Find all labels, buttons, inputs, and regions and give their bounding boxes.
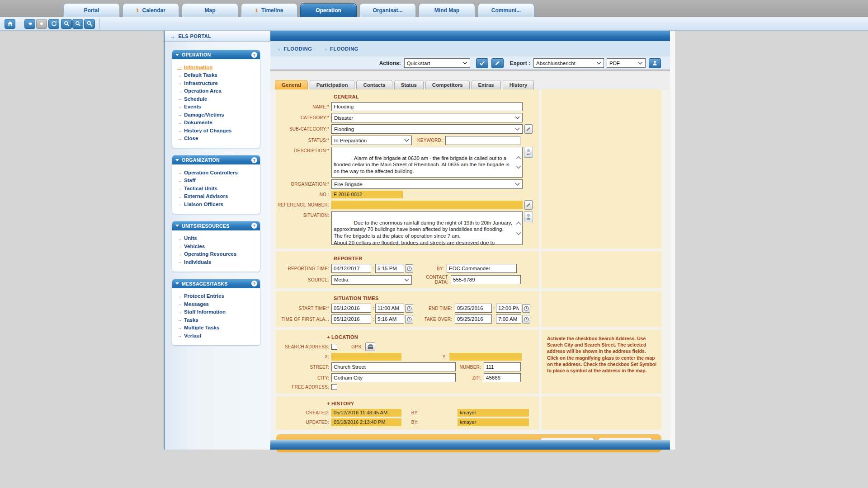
organization-select[interactable]: Fire Brigade <box>331 179 523 189</box>
scroll-down-icon[interactable] <box>516 164 521 169</box>
zip-input[interactable] <box>484 373 521 382</box>
take-over-date-input[interactable] <box>455 314 492 324</box>
sidebar-item-tasks[interactable]: →Tasks <box>177 316 260 324</box>
scroll-down-icon[interactable] <box>516 230 521 235</box>
sidebar-item-messages[interactable]: →Messages <box>177 300 260 308</box>
export-select[interactable]: Abschlussbericht <box>533 58 604 68</box>
breadcrumb-item-flooding[interactable]: →FLOODING <box>322 46 358 52</box>
time-picker-button[interactable] <box>522 304 530 313</box>
gps-button[interactable] <box>365 343 375 351</box>
form-tab-extras[interactable]: Extras <box>472 80 501 89</box>
reference-edit-button[interactable] <box>524 200 533 210</box>
tab-portal[interactable]: Portal <box>63 3 120 17</box>
sidebar-item-history-of-changes[interactable]: →History of Changes <box>177 127 260 135</box>
help-icon[interactable]: ? <box>251 52 257 58</box>
sidebar-item-verlauf[interactable]: →Verlauf <box>177 332 260 340</box>
help-icon[interactable]: ? <box>251 157 257 163</box>
free-address-checkbox[interactable] <box>331 384 337 390</box>
contact-data-input[interactable] <box>451 275 521 284</box>
sidebar-item-schedule[interactable]: →Schedule <box>177 95 260 103</box>
time-picker-button[interactable] <box>405 264 413 273</box>
take-over-time-input[interactable] <box>496 314 521 324</box>
form-tab-general[interactable]: General <box>275 80 308 89</box>
help-icon[interactable]: ? <box>251 223 257 229</box>
search-plus-button[interactable] <box>84 19 95 29</box>
search-alt-button[interactable] <box>72 19 83 29</box>
tab-timeline[interactable]: 1Timeline <box>241 3 297 17</box>
reference-number-field[interactable] <box>331 201 523 209</box>
start-time-input[interactable] <box>375 304 404 313</box>
search-button[interactable] <box>61 19 72 29</box>
export-format-select[interactable]: PDF <box>607 58 646 68</box>
sidebar-item-individuals[interactable]: →Individuals <box>177 258 260 266</box>
sidebar-item-operation-controllers[interactable]: →Operation Controllers <box>177 169 260 177</box>
breadcrumb-item-flooding[interactable]: →FLOODING <box>276 46 312 52</box>
sidebar-item-vehicles[interactable]: →Vehicles <box>177 242 260 250</box>
tab-map[interactable]: Map <box>182 3 238 17</box>
sidebar-item-liaison-officers[interactable]: →Liaison Officers <box>177 200 260 208</box>
tab-operation[interactable]: Operation <box>300 3 357 17</box>
tab-mind-map[interactable]: Mind Map <box>419 3 475 17</box>
section-header-units-resources[interactable]: UNITS/RESOURCES? <box>172 221 260 230</box>
sidebar-item-multiple-tasks[interactable]: →Multiple Tasks <box>177 324 260 332</box>
sidebar-item-infrastructure[interactable]: →Infrastructure <box>177 79 260 87</box>
back-button[interactable] <box>24 19 35 29</box>
els-portal-header[interactable]: → ELS PORTAL <box>165 31 270 42</box>
edit-action-button[interactable] <box>491 58 504 68</box>
spellcheck-button[interactable]: abc <box>524 211 533 222</box>
situation-textarea[interactable]: Due to the enormous rainfall during the … <box>331 211 523 245</box>
subcategory-edit-button[interactable] <box>524 124 533 134</box>
home-button[interactable] <box>5 19 15 29</box>
sidebar-item-tactical-units[interactable]: →Tactical Units <box>177 184 260 192</box>
reporting-date-input[interactable] <box>331 264 371 273</box>
x-coordinate-field[interactable] <box>331 353 401 361</box>
end-date-input[interactable] <box>455 304 492 313</box>
keyword-input[interactable] <box>445 136 520 145</box>
first-alarm-date-input[interactable] <box>331 314 371 324</box>
sidebar-item-protocol-entries[interactable]: →Protocol Entries <box>177 292 260 300</box>
form-tab-competitors[interactable]: Competitors <box>425 80 470 89</box>
sidebar-item-operation-area[interactable]: →Operation Area <box>177 87 260 95</box>
reporting-time-input[interactable] <box>375 264 404 273</box>
run-action-button[interactable] <box>476 58 488 68</box>
tab-organisat[interactable]: Organisat... <box>359 3 416 17</box>
scroll-up-icon[interactable] <box>516 156 521 161</box>
time-picker-button[interactable] <box>405 304 413 313</box>
description-textarea[interactable]: Alarm of fire brigade at 0630 am - the f… <box>331 147 523 178</box>
sidebar-item-operating-resources[interactable]: →Operating Resources <box>177 250 260 258</box>
scroll-up-icon[interactable] <box>516 221 521 226</box>
section-header-operation[interactable]: OPERATION? <box>172 50 260 59</box>
subcategory-select[interactable]: Flooding <box>331 124 523 134</box>
source-select[interactable]: Media <box>331 275 412 285</box>
sidebar-item-staff[interactable]: →Staff <box>177 177 260 185</box>
form-tab-history[interactable]: History <box>503 80 534 89</box>
sidebar-item-damage-victims[interactable]: →Damage/Victims <box>177 111 260 119</box>
street-input[interactable] <box>331 362 456 371</box>
help-icon[interactable]: ? <box>251 281 257 286</box>
category-select[interactable]: Disaster <box>331 113 523 122</box>
end-time-input[interactable] <box>496 304 521 313</box>
tab-communi[interactable]: Communi... <box>478 3 534 17</box>
number-input[interactable] <box>484 362 521 371</box>
sidebar-item-information[interactable]: →Information <box>177 63 260 71</box>
name-input[interactable] <box>331 102 523 111</box>
export-run-button[interactable] <box>649 58 661 68</box>
reported-by-input[interactable] <box>447 264 517 273</box>
scrollbar-track[interactable] <box>670 31 676 450</box>
form-tab-participation[interactable]: Participation <box>310 80 355 89</box>
sidebar-item-external-advisors[interactable]: →External Advisors <box>177 192 260 201</box>
sidebar-item-close[interactable]: →Close <box>177 135 260 143</box>
form-tab-contacts[interactable]: Contacts <box>356 80 392 89</box>
section-header-organization[interactable]: ORGANIZATION? <box>172 155 260 164</box>
sidebar-item-units[interactable]: →Units <box>177 235 260 243</box>
section-header-messages-tasks[interactable]: MESSAGES/TASKS? <box>172 279 260 288</box>
spellcheck-button[interactable]: abc <box>524 147 533 158</box>
start-date-input[interactable] <box>331 304 371 313</box>
refresh-button[interactable] <box>48 19 59 29</box>
first-alarm-time-input[interactable] <box>375 314 404 324</box>
search-address-checkbox[interactable] <box>331 344 337 350</box>
sidebar-item-dokumente[interactable]: →Dokumente <box>177 119 260 127</box>
form-tab-status[interactable]: Status <box>394 80 424 89</box>
tab-calendar[interactable]: 1Calendar <box>123 3 179 17</box>
sidebar-item-staff-information[interactable]: →Staff Information <box>177 308 260 316</box>
